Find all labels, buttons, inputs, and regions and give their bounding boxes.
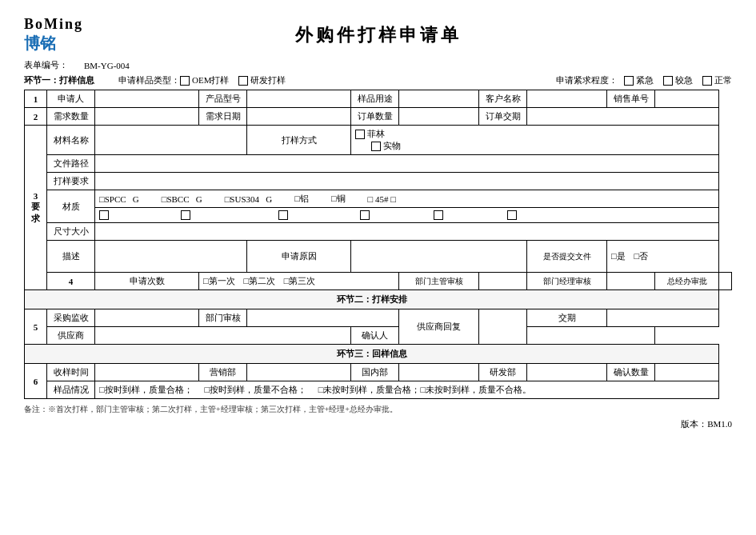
- page-title: 外购件打样申请单: [152, 23, 604, 47]
- sales-dept-value[interactable]: [247, 364, 351, 381]
- status-opt-1[interactable]: □按时到样，质量不合格；: [204, 385, 306, 394]
- row2-col4-value[interactable]: [527, 108, 719, 126]
- sample-status-value: □按时到样，质量合格； □按时到样，质量不合格； □未按时到样，质量合格；□未按…: [95, 381, 719, 399]
- sample-status-label: 样品情况: [47, 381, 95, 399]
- env-row: 环节一：打样信息 申请样品类型： OEM打样 研发打样 申请紧求程度： 紧急 较…: [24, 74, 732, 86]
- row2-col2-label: 需求日期: [199, 108, 247, 126]
- row1-col1-value[interactable]: [95, 90, 199, 108]
- form-number-label: 表单编号：: [24, 59, 68, 71]
- table-row-6a: 6 收样时间 营销部 国内部 研发部 确认数量: [25, 364, 732, 381]
- delivery-label: 交期: [527, 309, 607, 327]
- row1-col4-value[interactable]: [527, 90, 607, 108]
- mat-opt-3[interactable]: □铝: [294, 193, 309, 205]
- apply-reason-value[interactable]: [351, 241, 527, 273]
- receive-time-value[interactable]: [95, 364, 199, 381]
- gm-value[interactable]: [719, 273, 732, 290]
- mat-opt-1[interactable]: □SBCC G: [162, 194, 202, 204]
- normal-checkbox[interactable]: 正常: [702, 74, 732, 86]
- row2-col1-value[interactable]: [95, 108, 199, 126]
- main-table: 1 申请人 产品型号 样品用途 客户名称 销售单号 2 需求数量 需求日期 订单…: [24, 90, 732, 399]
- row2-col2-value[interactable]: [247, 108, 351, 126]
- mat-sub-cb-1[interactable]: [181, 210, 190, 220]
- footer-note: 备注：※首次打样，部门主管审核；第二次打样，主管+经理审核；第三次打样，主管+经…: [24, 404, 732, 415]
- confirm-qty-value[interactable]: [655, 364, 719, 381]
- desc-value[interactable]: [95, 241, 247, 273]
- domestic-label: 国内部: [351, 364, 399, 381]
- normal-label: 正常: [714, 74, 732, 86]
- delivery-value[interactable]: [607, 309, 719, 327]
- purchase-value[interactable]: [95, 309, 199, 327]
- attach-yes[interactable]: □是: [611, 251, 626, 261]
- table-row-4: 4 申请次数 □第一次 □第二次 □第三次 部门主管审核 部门经理审核 总经办审…: [25, 273, 732, 290]
- secondary-label: 较急: [675, 74, 693, 86]
- mat-sub-cb-5[interactable]: [507, 210, 517, 220]
- row1-col3-label: 样品用途: [351, 90, 399, 108]
- mat-sub-cb-0[interactable]: [99, 210, 109, 220]
- rd-checkbox[interactable]: 研发打样: [238, 74, 286, 86]
- material-sub-options: [95, 208, 719, 223]
- print-opt1-cb[interactable]: 菲林: [355, 128, 714, 140]
- mat-opt-2[interactable]: □SUS304 G: [225, 194, 273, 204]
- print-opt2-cb[interactable]: 实物: [371, 140, 714, 152]
- status-opt-2[interactable]: □未按时到样，质量合格；□未按时到样，质量不合格。: [318, 385, 531, 394]
- secondary-cb-icon: [663, 76, 673, 86]
- header: BoMing 博铭 外购件打样申请单: [24, 16, 732, 54]
- supplier-value[interactable]: [95, 327, 351, 345]
- material-options: □SPCC G □SBCC G □SUS304 G □铝 □铜 □ 45# □: [95, 190, 719, 208]
- row1-col5-label: 销售单号: [607, 90, 655, 108]
- logo-en: BoMing: [24, 16, 152, 33]
- sales-dept-label: 营销部: [199, 364, 247, 381]
- apply-opt-1[interactable]: □第一次: [203, 276, 235, 285]
- row1-col2-value[interactable]: [247, 90, 351, 108]
- supplier-reply-label: 供应商回复: [399, 309, 479, 345]
- row1-col5-value[interactable]: [655, 90, 719, 108]
- version: 版本：BM1.0: [24, 418, 732, 430]
- file-path-value[interactable]: [95, 155, 719, 173]
- row2-col3-label: 订单数量: [351, 108, 399, 126]
- print-req-label: 打样要求: [47, 173, 95, 190]
- material-name-value[interactable]: [95, 126, 247, 155]
- row1-col3-value[interactable]: [399, 90, 479, 108]
- urgency-label: 申请紧求程度：: [556, 74, 618, 86]
- rd-dept-label: 研发部: [479, 364, 527, 381]
- rd-label: 研发打样: [250, 74, 286, 86]
- status-opt-0[interactable]: □按时到样，质量合格；: [99, 385, 193, 394]
- confirm-value[interactable]: [527, 327, 655, 345]
- domestic-value[interactable]: [399, 364, 479, 381]
- oem-checkbox[interactable]: OEM打样: [180, 74, 229, 86]
- table-row-5a: 5 采购监收 部门审核 供应商回复 交期: [25, 309, 732, 327]
- print-req-value[interactable]: [95, 173, 719, 190]
- mat-opt-0[interactable]: □SPCC G: [99, 194, 139, 204]
- row1-col1-label: 申请人: [47, 90, 95, 108]
- apply-count-label: 申请次数: [95, 273, 199, 290]
- table-row-material-name: 3 要 求 材料名称 打样方式 菲林 实物: [25, 126, 732, 155]
- apply-opt-2[interactable]: □第二次: [243, 276, 275, 285]
- purchase-label: 采购监收: [47, 309, 95, 327]
- dept-lead-label: 部门经理审核: [527, 273, 607, 290]
- mat-opt-5[interactable]: □ 45# □: [368, 194, 396, 204]
- oem-label: OEM打样: [192, 74, 229, 86]
- urgent-label: 紧急: [636, 74, 654, 86]
- supplier-reply-value[interactable]: [479, 309, 527, 345]
- dept-lead-value[interactable]: [607, 273, 655, 290]
- dept-review-value[interactable]: [247, 309, 399, 327]
- material-name-label: 材料名称: [47, 126, 95, 155]
- dept-mgr-value[interactable]: [479, 273, 527, 290]
- rd-dept-value[interactable]: [527, 364, 607, 381]
- mat-sub-cb-3[interactable]: [360, 210, 370, 220]
- row2-col3-value[interactable]: [399, 108, 479, 126]
- mat-sub-cb-4[interactable]: [434, 210, 443, 220]
- mat-sub-cb-2[interactable]: [278, 210, 288, 220]
- table-row-size: 尺寸大小: [25, 223, 732, 241]
- attach-no[interactable]: □否: [634, 251, 648, 261]
- urgent-checkbox[interactable]: 紧急: [624, 74, 654, 86]
- mat-opt-4[interactable]: □铜: [331, 193, 346, 205]
- logo-cn: 博铭: [24, 33, 152, 54]
- row6-num: 6: [25, 364, 47, 399]
- row1-col4-label: 客户名称: [479, 90, 527, 108]
- size-value[interactable]: [95, 223, 719, 241]
- secondary-checkbox[interactable]: 较急: [663, 74, 693, 86]
- apply-opt-3[interactable]: □第三次: [284, 276, 316, 285]
- table-row-material-sub: [25, 208, 732, 223]
- supplier-label: 供应商: [47, 327, 95, 345]
